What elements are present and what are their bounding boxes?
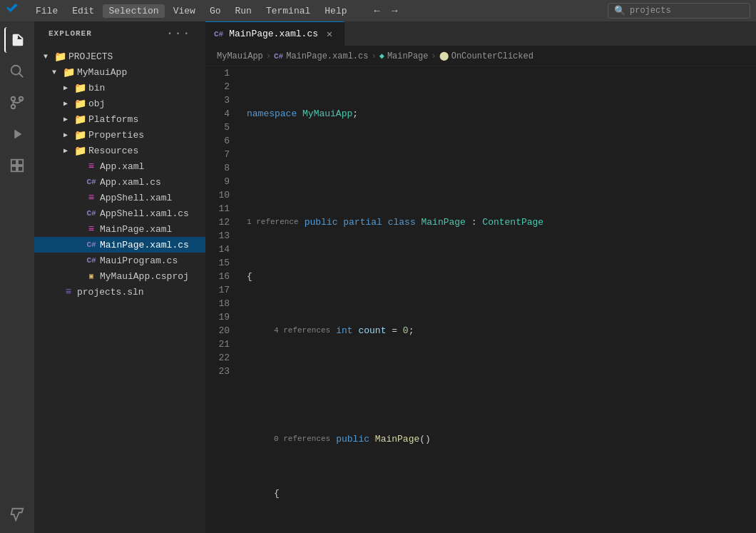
code-editor[interactable]: 12345 678910 1112131415 1617181920 21222… bbox=[205, 66, 756, 533]
menu-file[interactable]: File bbox=[30, 4, 63, 18]
breadcrumb-sep-2: › bbox=[371, 51, 376, 61]
chevron-right-icon: ▶ bbox=[60, 115, 71, 123]
tab-mainpagexamlcs[interactable]: C# MainPage.xaml.cs ✕ bbox=[205, 21, 344, 46]
code-line-4: { bbox=[241, 270, 756, 283]
source-control-activity-icon[interactable] bbox=[4, 90, 30, 116]
sln-label: projects.sln bbox=[77, 287, 205, 298]
sidebar-item-platforms[interactable]: ▶ 📁 Platforms bbox=[34, 111, 205, 127]
chevron-down-icon: ▼ bbox=[48, 68, 60, 76]
code-line-3: 1 referencepublic partial class MainPage… bbox=[241, 215, 756, 229]
svg-point-3 bbox=[11, 105, 16, 109]
tab-cs-icon: C# bbox=[214, 30, 223, 39]
svg-rect-5 bbox=[11, 160, 16, 165]
csproj-file-icon: ▣ bbox=[86, 272, 97, 280]
chevron-down-icon: ▼ bbox=[40, 53, 51, 61]
sidebar-item-mauiprogram[interactable]: ▶ C# MauiProgram.cs bbox=[34, 253, 205, 268]
folder-icon: 📁 bbox=[74, 145, 86, 157]
menu-go[interactable]: Go bbox=[204, 4, 227, 18]
breadcrumb-classname[interactable]: MainPage bbox=[387, 51, 429, 61]
menu-view[interactable]: View bbox=[168, 4, 201, 18]
svg-rect-6 bbox=[18, 160, 23, 165]
folder-icon: 📁 bbox=[74, 129, 86, 141]
cs-file-icon: C# bbox=[86, 240, 97, 249]
sidebar-item-appxaml[interactable]: ▶ ≡ App.xaml bbox=[34, 158, 205, 174]
code-line-7: 0 referencespublic MainPage() bbox=[241, 432, 756, 446]
sidebar-item-bin[interactable]: ▶ 📁 bin bbox=[34, 80, 205, 96]
svg-line-1 bbox=[19, 73, 24, 78]
chevron-right-icon: ▶ bbox=[60, 83, 71, 92]
testing-activity-icon[interactable] bbox=[4, 502, 30, 527]
tab-label: MainPage.xaml.cs bbox=[229, 29, 318, 39]
menu-help[interactable]: Help bbox=[319, 4, 352, 18]
appxamlcs-label: App.xaml.cs bbox=[100, 177, 205, 188]
breadcrumb-filename[interactable]: MainPage.xaml.cs bbox=[286, 51, 368, 61]
breadcrumb-mymauiapp[interactable]: MyMauiApp bbox=[217, 51, 263, 61]
appshellxaml-label: AppShell.xaml bbox=[100, 193, 205, 203]
code-line-5: 4 referencesint count = 0; bbox=[241, 324, 756, 337]
folder-icon: 📁 bbox=[74, 113, 86, 126]
cs-file-icon: C# bbox=[86, 209, 97, 218]
sidebar: EXPLORER ··· ▼ 📁 PROJECTS ▼ 📁 MyMauiApp … bbox=[34, 21, 205, 533]
sidebar-item-appshellxamlcs[interactable]: ▶ C# AppShell.xaml.cs bbox=[34, 205, 205, 221]
sidebar-item-csproj[interactable]: ▶ ▣ MyMauiApp.csproj bbox=[34, 268, 205, 284]
titlebar-search[interactable]: 🔍 projects bbox=[608, 3, 750, 19]
sidebar-title: EXPLORER bbox=[48, 29, 92, 38]
sidebar-more-button[interactable]: ··· bbox=[166, 27, 191, 40]
sidebar-item-mainpagexamlcs[interactable]: ▶ C# MainPage.xaml.cs bbox=[34, 237, 205, 253]
sidebar-item-resources[interactable]: ▶ 📁 Resources bbox=[34, 143, 205, 158]
xaml-file-icon: ≡ bbox=[86, 223, 97, 235]
appshellxamlcs-label: AppShell.xaml.cs bbox=[100, 208, 205, 219]
sidebar-item-mainpagexaml[interactable]: ▶ ≡ MainPage.xaml bbox=[34, 221, 205, 237]
breadcrumb-class-icon: ◆ bbox=[379, 51, 384, 61]
sln-file-icon: ≡ bbox=[63, 286, 74, 298]
chevron-right-icon: ▶ bbox=[60, 99, 71, 108]
mainpagexamlcs-label: MainPage.xaml.cs bbox=[100, 240, 205, 250]
properties-label: Properties bbox=[88, 130, 205, 141]
chevron-right-icon: ▶ bbox=[60, 131, 71, 139]
cs-file-icon: C# bbox=[86, 256, 97, 265]
xaml-file-icon: ≡ bbox=[86, 192, 97, 203]
menu-terminal[interactable]: Terminal bbox=[260, 4, 316, 18]
sidebar-item-appshellxaml[interactable]: ▶ ≡ AppShell.xaml bbox=[34, 190, 205, 205]
code-content[interactable]: namespace MyMauiApp; 1 referencepublic p… bbox=[241, 66, 756, 533]
appxaml-label: App.xaml bbox=[100, 161, 205, 172]
nav-back-button[interactable]: ← bbox=[370, 4, 384, 18]
search-activity-icon[interactable] bbox=[4, 59, 30, 84]
vscode-logo bbox=[6, 3, 19, 19]
editor-area: C# MainPage.xaml.cs ✕ MyMauiApp › C# Mai… bbox=[205, 21, 756, 533]
sidebar-item-properties[interactable]: ▶ 📁 Properties bbox=[34, 127, 205, 143]
sidebar-tree: ▼ 📁 PROJECTS ▼ 📁 MyMauiApp ▶ 📁 bin ▶ 📁 o… bbox=[34, 46, 205, 533]
cs-file-icon: C# bbox=[86, 178, 97, 186]
mauiprogram-label: MauiProgram.cs bbox=[100, 255, 205, 266]
mainpagexaml-label: MainPage.xaml bbox=[100, 224, 205, 235]
extensions-activity-icon[interactable] bbox=[4, 153, 30, 178]
breadcrumb-sep-1: › bbox=[266, 51, 271, 61]
projects-label: PROJECTS bbox=[68, 51, 205, 62]
folder-icon: 📁 bbox=[63, 66, 74, 78]
nav-forward-button[interactable]: → bbox=[387, 4, 402, 18]
menu-run[interactable]: Run bbox=[229, 4, 257, 18]
sidebar-item-projects[interactable]: ▼ 📁 PROJECTS bbox=[34, 49, 205, 64]
folder-icon: 📁 bbox=[74, 98, 86, 110]
sidebar-item-obj[interactable]: ▶ 📁 obj bbox=[34, 96, 205, 111]
activity-bar bbox=[0, 21, 34, 533]
explorer-activity-icon[interactable] bbox=[4, 27, 30, 53]
csproj-label: MyMauiApp.csproj bbox=[100, 271, 205, 282]
menu-edit[interactable]: Edit bbox=[66, 4, 100, 18]
folder-icon: 📁 bbox=[54, 51, 66, 63]
svg-point-0 bbox=[11, 66, 21, 75]
obj-label: obj bbox=[88, 98, 205, 109]
sidebar-header: EXPLORER ··· bbox=[34, 21, 205, 46]
breadcrumb: MyMauiApp › C# MainPage.xaml.cs › ◆ Main… bbox=[205, 46, 756, 66]
sidebar-item-mymauiapp[interactable]: ▼ 📁 MyMauiApp bbox=[34, 64, 205, 80]
titlebar-nav: ← → bbox=[370, 4, 402, 18]
sidebar-item-sln[interactable]: ▶ ≡ projects.sln bbox=[34, 284, 205, 300]
svg-rect-7 bbox=[11, 166, 16, 171]
sidebar-item-appxamlcs[interactable]: ▶ C# App.xaml.cs bbox=[34, 174, 205, 190]
breadcrumb-method-icon: ⬤ bbox=[439, 51, 449, 61]
mymauiapp-label: MyMauiApp bbox=[77, 67, 205, 78]
run-debug-activity-icon[interactable] bbox=[4, 121, 30, 147]
tab-close-button[interactable]: ✕ bbox=[324, 29, 335, 40]
breadcrumb-methodname[interactable]: OnCounterClicked bbox=[451, 51, 533, 61]
menu-selection[interactable]: Selection bbox=[103, 4, 164, 18]
